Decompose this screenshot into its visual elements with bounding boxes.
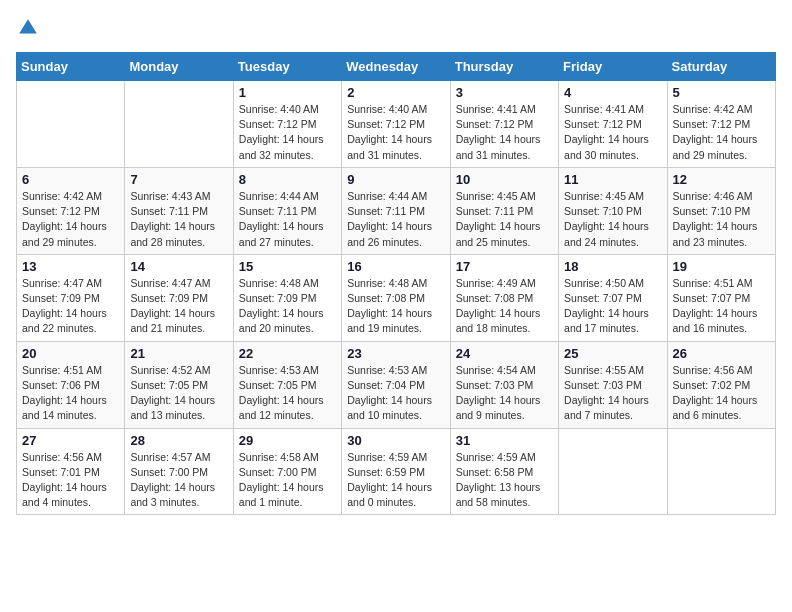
calendar-cell: 21Sunrise: 4:52 AM Sunset: 7:05 PM Dayli… bbox=[125, 341, 233, 428]
calendar-cell: 22Sunrise: 4:53 AM Sunset: 7:05 PM Dayli… bbox=[233, 341, 341, 428]
day-number: 6 bbox=[22, 172, 119, 187]
calendar-cell: 28Sunrise: 4:57 AM Sunset: 7:00 PM Dayli… bbox=[125, 428, 233, 515]
day-number: 25 bbox=[564, 346, 661, 361]
day-header-monday: Monday bbox=[125, 53, 233, 81]
calendar-cell: 10Sunrise: 4:45 AM Sunset: 7:11 PM Dayli… bbox=[450, 167, 558, 254]
day-number: 26 bbox=[673, 346, 770, 361]
calendar-cell: 14Sunrise: 4:47 AM Sunset: 7:09 PM Dayli… bbox=[125, 254, 233, 341]
calendar-cell: 15Sunrise: 4:48 AM Sunset: 7:09 PM Dayli… bbox=[233, 254, 341, 341]
calendar-cell: 17Sunrise: 4:49 AM Sunset: 7:08 PM Dayli… bbox=[450, 254, 558, 341]
calendar-cell: 19Sunrise: 4:51 AM Sunset: 7:07 PM Dayli… bbox=[667, 254, 775, 341]
calendar-cell: 8Sunrise: 4:44 AM Sunset: 7:11 PM Daylig… bbox=[233, 167, 341, 254]
calendar-cell: 4Sunrise: 4:41 AM Sunset: 7:12 PM Daylig… bbox=[559, 81, 667, 168]
day-detail: Sunrise: 4:58 AM Sunset: 7:00 PM Dayligh… bbox=[239, 450, 336, 511]
week-row-2: 6Sunrise: 4:42 AM Sunset: 7:12 PM Daylig… bbox=[17, 167, 776, 254]
calendar-cell: 29Sunrise: 4:58 AM Sunset: 7:00 PM Dayli… bbox=[233, 428, 341, 515]
day-detail: Sunrise: 4:41 AM Sunset: 7:12 PM Dayligh… bbox=[564, 102, 661, 163]
calendar-cell: 9Sunrise: 4:44 AM Sunset: 7:11 PM Daylig… bbox=[342, 167, 450, 254]
day-number: 21 bbox=[130, 346, 227, 361]
calendar-cell bbox=[17, 81, 125, 168]
calendar-cell: 12Sunrise: 4:46 AM Sunset: 7:10 PM Dayli… bbox=[667, 167, 775, 254]
day-number: 20 bbox=[22, 346, 119, 361]
day-detail: Sunrise: 4:55 AM Sunset: 7:03 PM Dayligh… bbox=[564, 363, 661, 424]
day-number: 24 bbox=[456, 346, 553, 361]
calendar-cell: 5Sunrise: 4:42 AM Sunset: 7:12 PM Daylig… bbox=[667, 81, 775, 168]
day-detail: Sunrise: 4:43 AM Sunset: 7:11 PM Dayligh… bbox=[130, 189, 227, 250]
calendar-cell: 2Sunrise: 4:40 AM Sunset: 7:12 PM Daylig… bbox=[342, 81, 450, 168]
page-header bbox=[16, 16, 776, 40]
calendar-cell: 1Sunrise: 4:40 AM Sunset: 7:12 PM Daylig… bbox=[233, 81, 341, 168]
day-number: 17 bbox=[456, 259, 553, 274]
day-header-thursday: Thursday bbox=[450, 53, 558, 81]
week-row-5: 27Sunrise: 4:56 AM Sunset: 7:01 PM Dayli… bbox=[17, 428, 776, 515]
day-number: 28 bbox=[130, 433, 227, 448]
day-detail: Sunrise: 4:47 AM Sunset: 7:09 PM Dayligh… bbox=[22, 276, 119, 337]
calendar-cell: 23Sunrise: 4:53 AM Sunset: 7:04 PM Dayli… bbox=[342, 341, 450, 428]
calendar-cell: 25Sunrise: 4:55 AM Sunset: 7:03 PM Dayli… bbox=[559, 341, 667, 428]
day-detail: Sunrise: 4:41 AM Sunset: 7:12 PM Dayligh… bbox=[456, 102, 553, 163]
calendar-cell: 11Sunrise: 4:45 AM Sunset: 7:10 PM Dayli… bbox=[559, 167, 667, 254]
calendar-cell: 24Sunrise: 4:54 AM Sunset: 7:03 PM Dayli… bbox=[450, 341, 558, 428]
day-detail: Sunrise: 4:44 AM Sunset: 7:11 PM Dayligh… bbox=[347, 189, 444, 250]
day-detail: Sunrise: 4:52 AM Sunset: 7:05 PM Dayligh… bbox=[130, 363, 227, 424]
calendar-cell: 26Sunrise: 4:56 AM Sunset: 7:02 PM Dayli… bbox=[667, 341, 775, 428]
day-number: 19 bbox=[673, 259, 770, 274]
calendar-cell: 20Sunrise: 4:51 AM Sunset: 7:06 PM Dayli… bbox=[17, 341, 125, 428]
day-number: 13 bbox=[22, 259, 119, 274]
day-detail: Sunrise: 4:40 AM Sunset: 7:12 PM Dayligh… bbox=[239, 102, 336, 163]
day-detail: Sunrise: 4:59 AM Sunset: 6:58 PM Dayligh… bbox=[456, 450, 553, 511]
day-header-friday: Friday bbox=[559, 53, 667, 81]
day-number: 5 bbox=[673, 85, 770, 100]
day-number: 14 bbox=[130, 259, 227, 274]
day-number: 2 bbox=[347, 85, 444, 100]
calendar-cell: 6Sunrise: 4:42 AM Sunset: 7:12 PM Daylig… bbox=[17, 167, 125, 254]
day-number: 15 bbox=[239, 259, 336, 274]
day-detail: Sunrise: 4:44 AM Sunset: 7:11 PM Dayligh… bbox=[239, 189, 336, 250]
day-detail: Sunrise: 4:45 AM Sunset: 7:10 PM Dayligh… bbox=[564, 189, 661, 250]
day-header-wednesday: Wednesday bbox=[342, 53, 450, 81]
day-detail: Sunrise: 4:56 AM Sunset: 7:01 PM Dayligh… bbox=[22, 450, 119, 511]
calendar-cell: 16Sunrise: 4:48 AM Sunset: 7:08 PM Dayli… bbox=[342, 254, 450, 341]
calendar-cell: 31Sunrise: 4:59 AM Sunset: 6:58 PM Dayli… bbox=[450, 428, 558, 515]
week-row-3: 13Sunrise: 4:47 AM Sunset: 7:09 PM Dayli… bbox=[17, 254, 776, 341]
logo-icon bbox=[16, 16, 40, 40]
calendar-cell: 18Sunrise: 4:50 AM Sunset: 7:07 PM Dayli… bbox=[559, 254, 667, 341]
day-detail: Sunrise: 4:57 AM Sunset: 7:00 PM Dayligh… bbox=[130, 450, 227, 511]
calendar-cell bbox=[559, 428, 667, 515]
calendar-cell: 7Sunrise: 4:43 AM Sunset: 7:11 PM Daylig… bbox=[125, 167, 233, 254]
day-number: 22 bbox=[239, 346, 336, 361]
day-detail: Sunrise: 4:47 AM Sunset: 7:09 PM Dayligh… bbox=[130, 276, 227, 337]
week-row-1: 1Sunrise: 4:40 AM Sunset: 7:12 PM Daylig… bbox=[17, 81, 776, 168]
day-detail: Sunrise: 4:49 AM Sunset: 7:08 PM Dayligh… bbox=[456, 276, 553, 337]
day-number: 12 bbox=[673, 172, 770, 187]
day-detail: Sunrise: 4:54 AM Sunset: 7:03 PM Dayligh… bbox=[456, 363, 553, 424]
day-header-tuesday: Tuesday bbox=[233, 53, 341, 81]
logo bbox=[16, 16, 44, 40]
calendar-cell: 27Sunrise: 4:56 AM Sunset: 7:01 PM Dayli… bbox=[17, 428, 125, 515]
day-detail: Sunrise: 4:51 AM Sunset: 7:07 PM Dayligh… bbox=[673, 276, 770, 337]
day-detail: Sunrise: 4:42 AM Sunset: 7:12 PM Dayligh… bbox=[22, 189, 119, 250]
calendar-cell: 3Sunrise: 4:41 AM Sunset: 7:12 PM Daylig… bbox=[450, 81, 558, 168]
svg-marker-0 bbox=[19, 19, 37, 33]
day-detail: Sunrise: 4:48 AM Sunset: 7:09 PM Dayligh… bbox=[239, 276, 336, 337]
day-number: 9 bbox=[347, 172, 444, 187]
day-detail: Sunrise: 4:53 AM Sunset: 7:04 PM Dayligh… bbox=[347, 363, 444, 424]
day-number: 31 bbox=[456, 433, 553, 448]
day-detail: Sunrise: 4:56 AM Sunset: 7:02 PM Dayligh… bbox=[673, 363, 770, 424]
calendar-cell: 30Sunrise: 4:59 AM Sunset: 6:59 PM Dayli… bbox=[342, 428, 450, 515]
day-number: 1 bbox=[239, 85, 336, 100]
day-detail: Sunrise: 4:51 AM Sunset: 7:06 PM Dayligh… bbox=[22, 363, 119, 424]
day-detail: Sunrise: 4:45 AM Sunset: 7:11 PM Dayligh… bbox=[456, 189, 553, 250]
calendar-cell bbox=[125, 81, 233, 168]
day-number: 10 bbox=[456, 172, 553, 187]
week-row-4: 20Sunrise: 4:51 AM Sunset: 7:06 PM Dayli… bbox=[17, 341, 776, 428]
day-detail: Sunrise: 4:50 AM Sunset: 7:07 PM Dayligh… bbox=[564, 276, 661, 337]
day-number: 27 bbox=[22, 433, 119, 448]
calendar-cell bbox=[667, 428, 775, 515]
day-number: 16 bbox=[347, 259, 444, 274]
day-detail: Sunrise: 4:42 AM Sunset: 7:12 PM Dayligh… bbox=[673, 102, 770, 163]
day-number: 4 bbox=[564, 85, 661, 100]
calendar-cell: 13Sunrise: 4:47 AM Sunset: 7:09 PM Dayli… bbox=[17, 254, 125, 341]
day-header-sunday: Sunday bbox=[17, 53, 125, 81]
day-number: 3 bbox=[456, 85, 553, 100]
